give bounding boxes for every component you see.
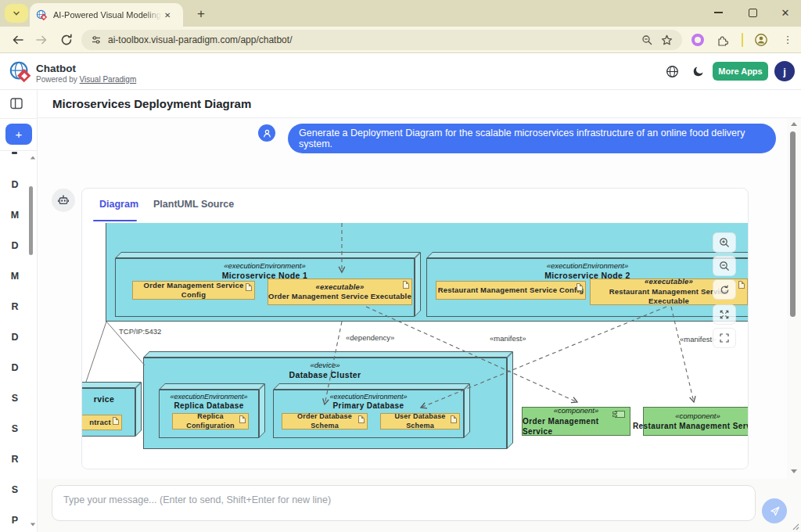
bookmark-star-icon[interactable] [661,34,673,46]
artifact-icon [113,417,119,425]
chevron-down-icon [12,9,21,18]
powered-by: Powered by Visual Paradigm [36,75,136,84]
sidebar-item[interactable]: M [0,271,30,282]
fullscreen-button[interactable] [713,328,736,348]
sidebar-scroll-up-icon[interactable] [30,156,36,160]
sidebar-item[interactable]: P [0,515,30,527]
chat-scrollbar-thumb[interactable] [790,131,796,317]
diagram-card-tabs: Diagram PlantUML Source [82,189,748,223]
component-icon [615,411,625,418]
browser-tab[interactable]: AI-Powered Visual Modeling Ch ✕ [30,3,183,27]
message-input[interactable] [52,486,755,520]
visual-paradigm-favicon [36,9,48,21]
artifact-icon [239,415,246,423]
sidebar-item[interactable]: D [0,362,30,374]
sidebar-item[interactable]: R [0,301,30,313]
sidebar-item[interactable]: D [0,332,30,343]
artifact-icon [577,283,583,291]
artifact-icon [738,281,745,289]
fit-to-screen-button[interactable] [713,304,736,325]
forward-icon[interactable] [34,33,48,47]
node-name: Database Cluster [144,370,506,380]
sidebar-item[interactable]: D [0,179,30,191]
chat-scroll-up-icon[interactable] [791,122,797,126]
app-name: Chatbot [36,63,76,74]
tab-search-button[interactable] [5,4,28,23]
sidebar-scroll-down-icon[interactable] [30,523,36,527]
language-globe-icon[interactable] [666,65,679,78]
sidebar-divider [0,150,37,151]
send-button[interactable] [762,498,787,523]
sidebar: + D M D M R D D S S R S P [0,90,38,532]
visual-paradigm-logo [9,60,32,84]
node-name: Replica Database [160,401,258,412]
profile-icon[interactable] [754,33,768,47]
tab-plantuml-source[interactable]: PlantUML Source [153,199,234,210]
stereotype-label: «executionEnvironment» [116,261,414,271]
user-avatar-badge[interactable]: j [774,61,795,81]
powered-by-prefix: Powered by [36,75,77,84]
zoom-level-icon[interactable] [641,34,653,46]
minimize-icon [714,12,723,13]
more-apps-button[interactable]: More Apps [713,62,768,81]
user-message-avatar [258,124,275,142]
zoom-in-button[interactable] [713,232,736,253]
powered-by-link[interactable]: Visual Paradigm [80,75,137,84]
node-name: Primary Database [274,401,463,412]
bot-avatar [52,189,75,212]
site-settings-icon[interactable] [91,34,102,45]
new-tab-button[interactable]: + [191,4,211,24]
window-maximize-button[interactable] [737,0,768,25]
page-title-row: Microservices Deployment Diagram [38,90,801,118]
diagram-card: Diagram PlantUML Source «executionEnviro… [81,188,749,469]
close-icon: ✕ [781,7,790,19]
toolbar-separator [742,33,743,47]
window-minimize-button[interactable] [702,0,734,25]
stereotype-label: «executionEnvironment» [274,393,463,401]
robot-icon [57,194,70,207]
browser-menu-kebab[interactable]: ⋮ [781,33,795,47]
message-input-box [52,485,756,521]
new-conversation-button[interactable]: + [5,124,32,145]
artifact-icon [358,415,365,423]
artifact-order-executable: «executable» Order Management Service Ex… [268,279,412,305]
extensions-puzzle-icon[interactable] [717,34,728,46]
tab-close-icon[interactable]: ✕ [164,11,171,20]
sidebar-item[interactable]: M [0,210,30,221]
resize-grip-icon[interactable] [790,521,799,530]
artifact-order-config: Order Management Service Config [132,281,255,300]
artifact-icon [246,283,252,291]
fullscreen-icon [719,332,730,343]
stereotype-label: «executionEnvironment» [160,393,258,401]
app-page: Chatbot Powered by Visual Paradigm More … [0,53,801,532]
tab-diagram[interactable]: Diagram [99,199,138,210]
active-tab-underline [93,220,137,221]
sidebar-item[interactable]: S [0,484,30,496]
sidebar-item[interactable]: S [0,393,30,404]
user-message-bubble: Generate a Deployment Diagram for the sc… [288,124,776,153]
artifact-icon [403,281,409,289]
back-icon[interactable] [11,33,25,47]
browser-tab-strip: AI-Powered Visual Modeling Ch ✕ + ✕ [0,0,801,27]
diagram-viewport[interactable]: «executionEnvironment» Microservice Node… [82,223,748,469]
component-order-management-service: «component» Order Management Service [522,407,630,436]
extension-ring-icon[interactable] [691,34,704,46]
address-bar[interactable]: ai-toolbox.visual-paradigm.com/app/chatb… [81,30,682,50]
reload-icon[interactable] [59,33,74,47]
zoom-out-button[interactable] [713,256,736,276]
person-icon [262,128,272,138]
zoom-reset-button[interactable] [713,279,736,300]
window-close-button[interactable]: ✕ [770,0,801,25]
sidebar-item[interactable]: S [0,423,30,435]
sidebar-toggle-icon[interactable] [10,98,23,110]
expand-arrows-icon [719,309,730,320]
artifact-contract-fragment: ntract [82,415,122,430]
dark-mode-moon-icon[interactable] [692,65,705,77]
chat-scroll-down-icon[interactable] [791,469,797,473]
sidebar-scrollbar-thumb[interactable] [29,186,33,255]
sidebar-item[interactable]: D [0,240,30,252]
send-plane-icon [769,505,781,517]
artifact-icon [451,415,457,423]
sidebar-item-partial[interactable] [12,152,17,154]
sidebar-item[interactable]: R [0,454,30,466]
